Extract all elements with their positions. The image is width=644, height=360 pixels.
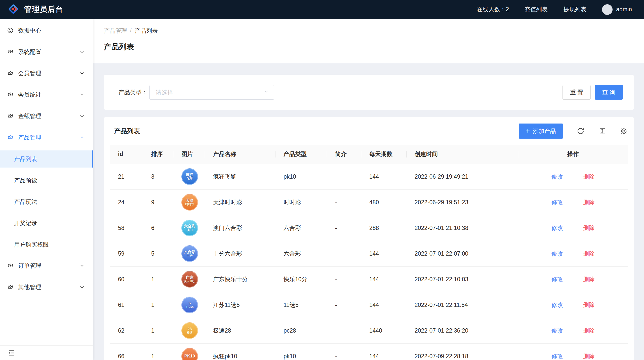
column-height-icon[interactable]	[598, 127, 606, 135]
sidebar-menu-item[interactable]: 产品管理	[0, 129, 93, 146]
row-actions: 修改删除	[518, 352, 628, 360]
settings-gear-icon[interactable]	[620, 127, 628, 135]
crown-icon	[7, 262, 14, 269]
edit-link[interactable]: 修改	[551, 301, 563, 309]
cell-daily-count: 144	[361, 343, 407, 360]
cell-intro: -	[327, 164, 361, 189]
cell-daily-count: 480	[361, 189, 407, 215]
cell-image: PK10	[173, 343, 205, 360]
cell-actions: 修改删除	[518, 292, 628, 318]
add-product-button[interactable]: + 添加产品	[519, 124, 563, 139]
edit-link[interactable]: 修改	[551, 250, 563, 258]
delete-link[interactable]: 删除	[583, 352, 595, 360]
chevron-up-icon	[79, 135, 85, 140]
cell-product-name: 极速28	[205, 318, 275, 343]
query-button[interactable]: 查 询	[595, 85, 623, 100]
delete-link[interactable]: 删除	[583, 301, 595, 309]
product-image-text: 时时彩	[185, 203, 194, 206]
cell-created-at: 2022-07-01 22:07:00	[407, 241, 518, 266]
crown-icon	[7, 49, 14, 55]
sidebar-submenu-item[interactable]: 产品玩法	[0, 193, 93, 210]
sidebar-submenu-item[interactable]: 产品列表	[0, 150, 93, 168]
table-row: 595六合彩十分十分六合彩六合彩-1442022-07-01 22:07:00修…	[110, 241, 628, 266]
sidebar-submenu-item[interactable]: 用户购买权限	[0, 236, 93, 253]
cell-id: 62	[110, 318, 143, 343]
chevron-down-icon	[79, 49, 85, 55]
active-indicator	[92, 150, 93, 168]
page-header: 产品管理 / 产品列表 产品列表	[93, 19, 644, 63]
chevron-down-icon	[79, 263, 85, 268]
cell-daily-count: 144	[361, 164, 407, 189]
sidebar-item-label: 订单管理	[18, 262, 41, 270]
sidebar-menu-item[interactable]: 会员统计	[0, 86, 93, 103]
crown-icon	[7, 134, 14, 141]
row-actions: 修改删除	[518, 198, 628, 206]
delete-link[interactable]: 删除	[583, 198, 595, 206]
product-image-text: 六合彩	[184, 224, 195, 228]
cell-image: 六合彩十分	[173, 241, 205, 266]
cell-daily-count: 144	[361, 241, 407, 266]
product-list-card: 产品列表 + 添加产品	[104, 117, 634, 360]
sidebar-item-label: 系统配置	[18, 48, 41, 56]
admin-app: 管理员后台 在线人数：2 充值列表 提现列表 admin 数据中心系统配置会员管…	[0, 0, 644, 360]
delete-link[interactable]: 删除	[583, 224, 595, 232]
delete-link[interactable]: 删除	[583, 250, 595, 258]
reset-button[interactable]: 重 置	[562, 85, 591, 100]
sidebar-menu-item[interactable]: 订单管理	[0, 257, 93, 274]
edit-link[interactable]: 修改	[551, 275, 563, 283]
cell-actions: 修改删除	[518, 215, 628, 241]
edit-link[interactable]: 修改	[551, 224, 563, 232]
edit-link[interactable]: 修改	[551, 327, 563, 335]
filter-card: 产品类型： 请选择 重 置 查 询	[104, 75, 634, 110]
table-row: 213疯狂飞艇疯狂飞艇pk10-1442022-06-29 19:49:21修改…	[110, 164, 628, 189]
product-image-text: 澳门	[187, 228, 193, 232]
breadcrumb-parent[interactable]: 产品管理	[104, 27, 127, 35]
online-count: 在线人数：2	[477, 6, 509, 13]
cell-intro: -	[327, 343, 361, 360]
breadcrumb-separator: /	[130, 27, 132, 35]
sidebar-menu-item[interactable]: 其他管理	[0, 279, 93, 295]
select-placeholder: 请选择	[156, 89, 173, 96]
table-body: 213疯狂飞艇疯狂飞艇pk10-1442022-06-29 19:49:21修改…	[110, 164, 628, 360]
product-image: 疯狂飞艇	[181, 168, 198, 185]
edit-link[interactable]: 修改	[551, 352, 563, 360]
reload-icon[interactable]	[577, 127, 585, 135]
submenu-item-label: 产品玩法	[14, 198, 37, 206]
sidebar-menu-item[interactable]: 会员管理	[0, 65, 93, 82]
cell-product-type: 11选5	[275, 292, 327, 318]
cell-created-at: 2022-07-09 22:28:18	[407, 343, 518, 360]
sidebar-submenu-item[interactable]: 开奖记录	[0, 215, 93, 232]
cell-daily-count: 144	[361, 292, 407, 318]
edit-link[interactable]: 修改	[551, 198, 563, 206]
logo[interactable]: 管理员后台	[8, 3, 63, 16]
cell-sort: 3	[143, 164, 173, 189]
sidebar-menu-item[interactable]: 数据中心	[0, 22, 93, 39]
user-menu[interactable]: admin	[602, 4, 632, 15]
product-image-text: 天津	[186, 198, 193, 203]
withdraw-list-link[interactable]: 提现列表	[563, 6, 586, 13]
cell-sort: 1	[143, 343, 173, 360]
table-row: 661PK10疯狂pk10pk10-1442022-07-09 22:28:18…	[110, 343, 628, 360]
delete-link[interactable]: 删除	[583, 327, 595, 335]
menu-fold-icon[interactable]	[8, 349, 16, 357]
cell-actions: 修改删除	[518, 343, 628, 360]
row-actions: 修改删除	[518, 301, 628, 309]
column-header: 每天期数	[361, 145, 407, 164]
edit-link[interactable]: 修改	[551, 173, 563, 181]
recharge-list-link[interactable]: 充值列表	[525, 6, 548, 13]
column-header: 图片	[173, 145, 205, 164]
username: admin	[616, 6, 632, 13]
product-type-select[interactable]: 请选择	[149, 85, 274, 100]
delete-link[interactable]: 删除	[583, 173, 595, 181]
delete-link[interactable]: 删除	[583, 275, 595, 283]
card-title: 产品列表	[114, 127, 140, 136]
table-header-row: id排序图片产品名称产品类型简介每天期数创建时间操作	[110, 145, 628, 164]
product-image-text: 飞艇	[187, 177, 193, 180]
sidebar-submenu-item[interactable]: 产品预设	[0, 172, 93, 189]
product-image-text: 十分	[187, 254, 193, 257]
sidebar-menu-item[interactable]: 系统配置	[0, 44, 93, 60]
cell-actions: 修改删除	[518, 241, 628, 266]
sidebar-menu-item[interactable]: 金额管理	[0, 108, 93, 124]
cell-id: 58	[110, 215, 143, 241]
cell-product-name: 十分六合彩	[205, 241, 275, 266]
